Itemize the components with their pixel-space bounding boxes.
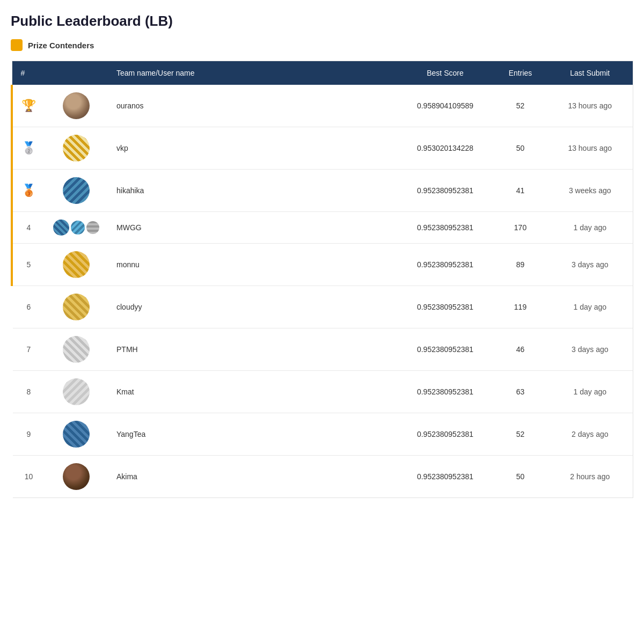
table-row: 🥉 hikahika 0.952380952381 41 3 weeks ago	[12, 170, 633, 212]
submit-cell: 1 day ago	[547, 371, 633, 413]
table-row: 5 monnu 0.952380952381 89 3 days ago	[12, 244, 633, 286]
table-row: 9 YangTea 0.952380952381 52 2 days ago	[12, 413, 633, 456]
avatar-cell	[45, 456, 108, 498]
submit-cell: 2 hours ago	[547, 456, 633, 498]
team-name-cell[interactable]: YangTea	[108, 413, 397, 456]
team-name-cell[interactable]: MWGG	[108, 212, 397, 244]
team-name-cell[interactable]: cloudyy	[108, 286, 397, 328]
table-row: 🏆 ouranos 0.958904109589 52 13 hours ago	[12, 85, 633, 127]
entries-cell: 89	[494, 244, 547, 286]
avatar	[63, 336, 90, 363]
trophy-bronze-icon: 🥉	[21, 184, 36, 197]
team-name-cell[interactable]: Kmat	[108, 371, 397, 413]
score-cell: 0.952380952381	[397, 244, 494, 286]
score-cell: 0.952380952381	[397, 286, 494, 328]
entries-cell: 63	[494, 371, 547, 413]
team-name-cell[interactable]: vkp	[108, 127, 397, 170]
rank-number: 4	[27, 223, 31, 232]
rank-cell: 🥉	[12, 170, 45, 212]
submit-cell: 13 hours ago	[547, 85, 633, 127]
submit-cell: 1 day ago	[547, 212, 633, 244]
trophy-gold-icon: 🏆	[21, 99, 36, 113]
avatar-cell	[45, 328, 108, 371]
avatar-cell	[45, 286, 108, 328]
rank-number: 8	[27, 387, 31, 396]
entries-cell: 46	[494, 328, 547, 371]
avatar	[63, 135, 90, 162]
entries-cell: 170	[494, 212, 547, 244]
table-header-row: # Team name/User name Best Score Entries…	[12, 61, 633, 85]
score-cell: 0.952380952381	[397, 170, 494, 212]
avatar-container	[53, 251, 99, 278]
avatar	[63, 177, 90, 204]
avatar	[63, 294, 90, 320]
col-name-header: Team name/User name	[108, 61, 397, 85]
avatar-container	[53, 92, 99, 119]
team-name-cell[interactable]: hikahika	[108, 170, 397, 212]
team-name-cell[interactable]: ouranos	[108, 85, 397, 127]
rank-number: 9	[27, 430, 31, 438]
rank-number: 6	[27, 303, 31, 311]
score-cell: 0.952380952381	[397, 413, 494, 456]
col-score-header: Best Score	[397, 61, 494, 85]
leaderboard-table: # Team name/User name Best Score Entries…	[11, 61, 633, 498]
score-cell: 0.952380952381	[397, 212, 494, 244]
avatar-group	[53, 219, 99, 236]
table-row: 10 Akima 0.952380952381 50 2 hours ago	[12, 456, 633, 498]
col-entries-header: Entries	[494, 61, 547, 85]
avatar-container	[53, 463, 99, 490]
rank-number: 5	[27, 260, 31, 269]
team-name-cell[interactable]: monnu	[108, 244, 397, 286]
table-row: 6 cloudyy 0.952380952381 119 1 day ago	[12, 286, 633, 328]
avatar-cell	[45, 127, 108, 170]
avatar-container	[53, 177, 99, 204]
entries-cell: 50	[494, 456, 547, 498]
avatar	[63, 92, 90, 119]
rank-cell: 5	[12, 244, 45, 286]
rank-cell: 7	[12, 328, 45, 371]
team-name-cell[interactable]: Akima	[108, 456, 397, 498]
score-cell: 0.953020134228	[397, 127, 494, 170]
entries-cell: 52	[494, 85, 547, 127]
team-name-cell[interactable]: PTMH	[108, 328, 397, 371]
col-submit-header: Last Submit	[547, 61, 633, 85]
page-title: Public Leaderboard (LB)	[11, 13, 633, 30]
avatar	[63, 421, 90, 448]
avatar	[63, 378, 90, 405]
score-cell: 0.958904109589	[397, 85, 494, 127]
avatar-container	[53, 336, 99, 363]
avatar	[53, 219, 69, 236]
table-row: 7 PTMH 0.952380952381 46 3 days ago	[12, 328, 633, 371]
submit-cell: 3 weeks ago	[547, 170, 633, 212]
avatar-cell	[45, 212, 108, 244]
submit-cell: 1 day ago	[547, 286, 633, 328]
entries-cell: 52	[494, 413, 547, 456]
prize-dot-icon	[11, 39, 23, 51]
rank-cell: 8	[12, 371, 45, 413]
rank-number: 7	[27, 345, 31, 354]
avatar-cell	[45, 170, 108, 212]
avatar-cell	[45, 413, 108, 456]
rank-cell: 10	[12, 456, 45, 498]
avatar-cell	[45, 371, 108, 413]
rank-cell: 6	[12, 286, 45, 328]
submit-cell: 3 days ago	[547, 328, 633, 371]
avatar	[71, 221, 85, 235]
rank-cell: 9	[12, 413, 45, 456]
table-row: 4 MWGG 0.952380952381 170 1 day ago	[12, 212, 633, 244]
avatar-container	[53, 421, 99, 448]
submit-cell: 13 hours ago	[547, 127, 633, 170]
submit-cell: 3 days ago	[547, 244, 633, 286]
prize-badge: Prize Contenders	[11, 39, 633, 51]
prize-label: Prize Contenders	[28, 41, 94, 50]
score-cell: 0.952380952381	[397, 456, 494, 498]
rank-number: 10	[25, 472, 33, 481]
avatar-cell	[45, 244, 108, 286]
rank-cell: 🏆	[12, 85, 45, 127]
avatar-cell	[45, 85, 108, 127]
trophy-silver-icon: 🥈	[21, 141, 36, 155]
score-cell: 0.952380952381	[397, 328, 494, 371]
avatar	[86, 221, 99, 234]
table-row: 8 Kmat 0.952380952381 63 1 day ago	[12, 371, 633, 413]
rank-cell: 🥈	[12, 127, 45, 170]
